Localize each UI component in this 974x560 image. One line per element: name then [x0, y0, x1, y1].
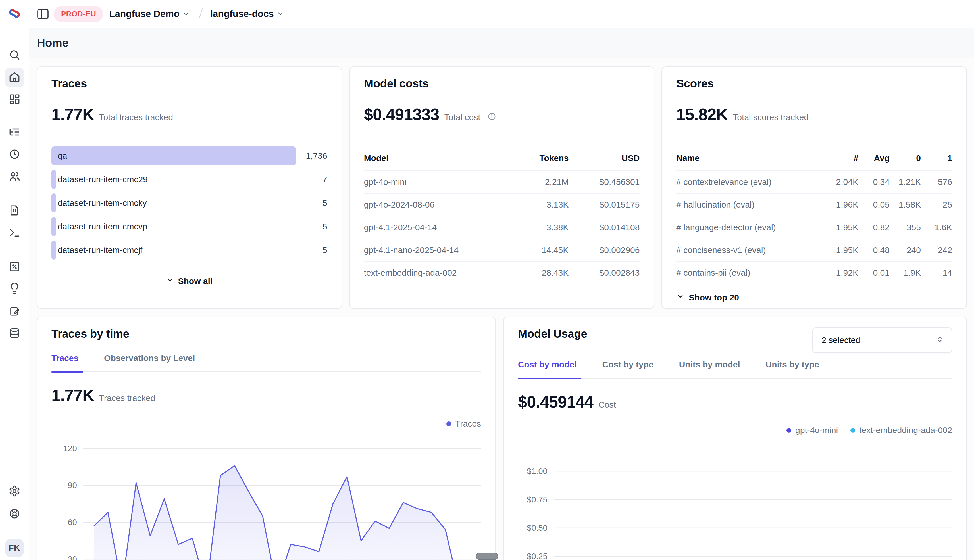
sidebar-item-playground[interactable]	[5, 224, 24, 243]
bar-value: 5	[322, 222, 327, 232]
list-item: dataset-run-item-cmcvp 5	[52, 217, 327, 236]
cell-name: # conciseness-v1 (eval)	[676, 245, 827, 255]
sidebar-item-support[interactable]	[5, 505, 24, 523]
model-usage-card: Model Usage 2 selected Cost by model Cos…	[503, 317, 967, 560]
chevron-down-icon	[676, 292, 684, 302]
svg-text:120: 120	[63, 444, 77, 453]
traces-card: Traces 1.77K Total traces tracked qa 1,7…	[37, 67, 342, 309]
cell-zero: 1.58K	[890, 200, 921, 210]
chevron-down-icon	[277, 9, 284, 20]
horizontal-scrollbar-thumb[interactable]	[476, 553, 498, 560]
tab-units-by-type[interactable]: Units by type	[766, 360, 819, 370]
traces-bar-list: qa 1,736 dataset-run-item-cmc29 7 datase…	[52, 146, 327, 260]
svg-text:$0.25: $0.25	[527, 552, 547, 560]
sidebar-item-prompts[interactable]	[5, 202, 24, 220]
show-all-button[interactable]: Show all	[52, 276, 327, 286]
legend-label: Traces	[455, 419, 481, 428]
show-all-label: Show all	[178, 276, 212, 286]
column-header-count: #	[827, 153, 858, 163]
scores-card: Scores 15.82K Total scores tracked Name …	[662, 67, 967, 309]
svg-text:90: 90	[68, 481, 77, 490]
sidebar-toggle-button[interactable]	[36, 7, 50, 21]
square-percent-icon	[8, 261, 20, 274]
tab-observations-by-level[interactable]: Observations by Level	[104, 353, 195, 363]
sidebar-item-dashboards[interactable]	[5, 90, 24, 109]
traces-by-time-metric-label: Traces tracked	[99, 393, 155, 403]
table-row: gpt-4.1-2025-04-14 3.38K $0.014108	[364, 216, 640, 238]
column-header-one: 1	[921, 153, 952, 163]
bar-value: 7	[322, 175, 327, 184]
sidebar-item-users[interactable]	[5, 168, 24, 186]
cell-avg: 0.48	[858, 245, 890, 255]
sidebar-item-sessions[interactable]	[5, 145, 24, 164]
bar-label: dataset-run-item-cmc29	[58, 175, 148, 184]
column-header-zero: 0	[890, 153, 921, 163]
model-costs-metric-label: Total cost	[444, 112, 481, 122]
environment-badge: PROD-EU	[54, 6, 104, 22]
logo-cell	[0, 0, 29, 28]
user-avatar[interactable]: FK	[5, 539, 23, 557]
svg-text:$0.50: $0.50	[527, 523, 547, 532]
cell-name: # contextrelevance (eval)	[676, 177, 827, 187]
scores-table: Name # Avg 0 1 # contextrelevance (eval)…	[676, 153, 952, 284]
tab-cost-by-model[interactable]: Cost by model	[518, 360, 577, 370]
chevrons-up-down-icon	[936, 335, 944, 346]
traces-by-time-metric: 1.77K	[52, 386, 94, 405]
project-selector[interactable]: langfuse-docs	[210, 8, 284, 20]
tab-cost-by-type[interactable]: Cost by type	[602, 360, 653, 370]
info-icon[interactable]	[487, 112, 496, 122]
chart-legend: gpt-4o-mini text-embedding-ada-002	[518, 425, 952, 435]
sidebar-item-tracing[interactable]	[5, 123, 24, 142]
app-root: PROD-EU Langfuse Demo langfuse-docs Home	[0, 0, 974, 560]
list-item: dataset-run-item-cmcky 5	[52, 193, 327, 212]
cell-model: gpt-4.1-nano-2025-04-14	[364, 245, 506, 255]
model-selector-dropdown[interactable]: 2 selected	[812, 327, 952, 353]
tab-traces[interactable]: Traces	[52, 353, 79, 363]
sidebar-item-home[interactable]	[5, 68, 24, 87]
scores-metric: 15.82K	[676, 105, 728, 124]
cell-tokens: 2.21M	[506, 177, 568, 187]
cell-one: 1.6K	[921, 223, 952, 232]
card-title: Model costs	[364, 77, 640, 90]
breadcrumb-separator	[196, 7, 206, 21]
sidebar-item-insights[interactable]	[5, 280, 24, 299]
card-title: Traces	[52, 77, 327, 90]
list-tree-icon	[8, 126, 20, 139]
org-selector[interactable]: Langfuse Demo	[109, 8, 190, 20]
home-icon	[8, 71, 20, 84]
tab-units-by-model[interactable]: Units by model	[679, 360, 740, 370]
legend-dot-icon	[787, 428, 791, 433]
bar-value: 5	[322, 245, 327, 255]
table-row: # contextrelevance (eval) 2.04K 0.34 1.2…	[676, 170, 952, 193]
cell-count: 1.92K	[827, 268, 858, 278]
bar	[52, 217, 56, 236]
cell-count: 2.04K	[827, 177, 858, 187]
sidebar-item-evaluators[interactable]	[5, 258, 24, 277]
sidebar-item-annotation[interactable]	[5, 302, 24, 321]
model-costs-table: Model Tokens USD gpt-4o-mini 2.21M $0.45…	[364, 153, 640, 284]
page-header: Home	[29, 28, 974, 58]
clock-icon	[8, 148, 20, 161]
bar-value: 1,736	[306, 151, 327, 161]
svg-text:30: 30	[68, 555, 77, 560]
cell-tokens: 28.43K	[506, 268, 568, 278]
traces-by-time-card: Traces by time Traces Observations by Le…	[37, 317, 496, 560]
cell-avg: 0.82	[858, 223, 890, 232]
sidebar-item-datasets[interactable]	[5, 324, 24, 343]
cell-one: 25	[921, 200, 952, 210]
column-header-name: Name	[676, 153, 827, 163]
sidebar-item-search[interactable]	[5, 46, 24, 65]
table-row: gpt-4.1-nano-2025-04-14 14.45K $0.002906	[364, 238, 640, 261]
sidebar-item-settings[interactable]	[5, 482, 24, 501]
table-header: Name # Avg 0 1	[676, 153, 952, 170]
legend-item: Traces	[446, 419, 481, 428]
table-header: Model Tokens USD	[364, 153, 640, 170]
cell-usd: $0.014108	[568, 223, 640, 232]
sidebar-bottom: FK	[5, 482, 24, 557]
show-top-20-button[interactable]: Show top 20	[676, 292, 952, 302]
cell-one: 576	[921, 177, 952, 187]
cell-usd: $0.456301	[568, 177, 640, 187]
cell-zero: 355	[890, 223, 921, 232]
chart-cards-row: Traces by time Traces Observations by Le…	[37, 317, 967, 560]
legend-item: gpt-4o-mini	[787, 425, 838, 435]
